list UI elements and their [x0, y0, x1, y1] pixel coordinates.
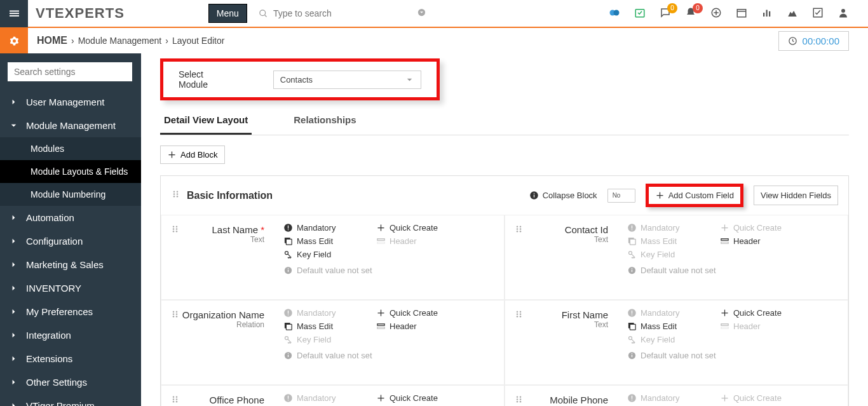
menu-icon	[10, 9, 19, 18]
field-opt-quick_create[interactable]: Quick Create	[720, 223, 796, 233]
user-icon[interactable]	[837, 7, 849, 20]
sidebar-item[interactable]: User Management	[0, 90, 141, 114]
chevron-right-icon	[9, 260, 18, 269]
sidebar-item[interactable]: Configuration	[0, 229, 141, 253]
tab-relationships[interactable]: Relationships	[290, 114, 360, 135]
field-opt-key_field[interactable]: Key Field	[283, 250, 360, 259]
grip-icon[interactable]	[514, 395, 524, 406]
field-opt-mandatory[interactable]: Mandatory	[283, 308, 360, 318]
area-chart-icon[interactable]	[787, 7, 798, 20]
field-opt-quick_create[interactable]: Quick Create	[720, 393, 796, 403]
svg-point-100	[176, 396, 178, 398]
add-custom-field-button[interactable]: Add Custom Field	[646, 184, 743, 207]
clock-widget[interactable]: 00:00:00	[778, 31, 849, 51]
svg-rect-16	[769, 11, 770, 16]
breadcrumb-home[interactable]: HOME	[37, 35, 67, 46]
field-opt-quick_create[interactable]: Quick Create	[376, 393, 452, 403]
svg-rect-58	[721, 242, 728, 244]
menu-button[interactable]: Menu	[208, 4, 247, 23]
global-search-input[interactable]	[273, 8, 400, 18]
field-opt-header[interactable]: Header	[376, 236, 452, 246]
sidebar-item[interactable]: Integration	[0, 323, 141, 347]
svg-point-101	[176, 398, 178, 400]
svg-point-76	[285, 337, 288, 340]
field-opt-mass_edit[interactable]: Mass Edit	[283, 321, 360, 331]
chevron-right-icon	[9, 97, 18, 107]
svg-rect-37	[288, 229, 288, 230]
field-opt-header[interactable]: Header	[720, 321, 796, 331]
tab-detail-view[interactable]: Detail View Layout	[160, 114, 252, 135]
field-opt-mass_edit[interactable]: Mass Edit	[627, 321, 703, 331]
grip-icon[interactable]	[514, 224, 524, 236]
bell-icon[interactable]: 0	[685, 7, 696, 20]
svg-point-97	[173, 396, 175, 398]
sidebar-item[interactable]: Extensions	[0, 347, 141, 370]
sidebar-item[interactable]: Other Settings	[0, 370, 141, 394]
collapse-toggle[interactable]: No	[607, 189, 635, 203]
global-search[interactable]	[254, 4, 438, 23]
svg-rect-56	[630, 239, 635, 245]
sidebar-item[interactable]: Automation	[0, 206, 141, 229]
svg-rect-91	[721, 324, 728, 326]
sidebar-item[interactable]: Module Management	[0, 114, 141, 137]
svg-rect-2	[10, 15, 19, 17]
field-opt-quick_create[interactable]: Quick Create	[720, 308, 796, 318]
module-select[interactable]: Contacts	[273, 71, 421, 89]
collapse-block-link[interactable]: Collapse Block	[529, 191, 597, 200]
svg-rect-44	[288, 269, 288, 272]
svg-point-93	[629, 337, 632, 340]
field-opt-mandatory[interactable]: Mandatory	[283, 223, 360, 233]
field-opt-quick_create[interactable]: Quick Create	[376, 223, 452, 233]
sidebar-subitem[interactable]: Module Numbering	[0, 183, 141, 206]
calendar-icon[interactable]	[736, 7, 747, 20]
grip-icon[interactable]	[514, 309, 524, 321]
bar-chart-icon[interactable]	[761, 7, 773, 20]
chevron-right-icon	[9, 401, 18, 406]
field-opt-mandatory[interactable]: Mandatory	[627, 393, 703, 403]
sidebar-item[interactable]: INVENTORY	[0, 276, 141, 300]
field-opt-mass_edit[interactable]: Mass Edit	[283, 236, 360, 246]
svg-rect-96	[632, 353, 632, 354]
breadcrumb: HOME › Module Management › Layout Editor	[28, 35, 224, 46]
sidebar-item[interactable]: Marketing & Sales	[0, 253, 141, 276]
sidebar-item[interactable]: My Preferences	[0, 300, 141, 323]
view-hidden-fields-button[interactable]: View Hidden Fields	[754, 186, 838, 205]
settings-gear[interactable]	[0, 28, 28, 53]
field-opt-header[interactable]: Header	[376, 321, 452, 331]
svg-point-21	[173, 193, 175, 195]
sidebar-item[interactable]: VTiger Premium	[0, 394, 141, 406]
field-opt-key_field[interactable]: Key Field	[627, 250, 703, 259]
field-opt-mandatory[interactable]: Mandatory	[627, 308, 703, 318]
field-opt-key_field[interactable]: Key Field	[283, 335, 360, 344]
svg-rect-104	[288, 396, 288, 399]
field-opt-mass_edit[interactable]: Mass Edit	[627, 236, 703, 246]
chevron-right-icon	[9, 213, 18, 222]
svg-point-31	[173, 231, 175, 233]
chat-icon[interactable]: 0	[660, 7, 671, 20]
search-caret-icon	[412, 8, 431, 19]
checkbox-icon[interactable]	[812, 7, 824, 20]
grip-icon[interactable]	[170, 224, 180, 236]
field-opt-key_field[interactable]: Key Field	[627, 335, 703, 344]
sidebar-search-input[interactable]	[8, 62, 132, 81]
add-block-button[interactable]: Add Block	[160, 145, 225, 164]
calendar-check-icon[interactable]	[634, 7, 646, 20]
svg-rect-27	[534, 194, 534, 197]
field-opt-quick_create[interactable]: Quick Create	[376, 308, 452, 318]
field-opt-mandatory[interactable]: Mandatory	[283, 393, 360, 403]
grip-icon[interactable]	[171, 189, 180, 201]
grip-icon[interactable]	[170, 395, 180, 406]
sidebar-subitem[interactable]: Modules	[0, 137, 141, 160]
chevron-right-icon	[9, 354, 18, 363]
grip-icon[interactable]	[170, 309, 180, 321]
svg-point-66	[176, 311, 178, 313]
field-opt-header[interactable]: Header	[720, 236, 796, 246]
plus-circle-icon[interactable]	[710, 7, 722, 20]
app-icon[interactable]	[609, 7, 620, 20]
sidebar-subitem[interactable]: Module Layouts & Fields	[0, 160, 141, 183]
field-type: Text	[514, 235, 608, 244]
field-opt-mandatory[interactable]: Mandatory	[627, 223, 703, 233]
hamburger-menu[interactable]	[0, 0, 28, 27]
breadcrumb-l1[interactable]: Module Management	[78, 36, 162, 46]
settings-sidebar: User ManagementModule ManagementModulesM…	[0, 53, 141, 406]
